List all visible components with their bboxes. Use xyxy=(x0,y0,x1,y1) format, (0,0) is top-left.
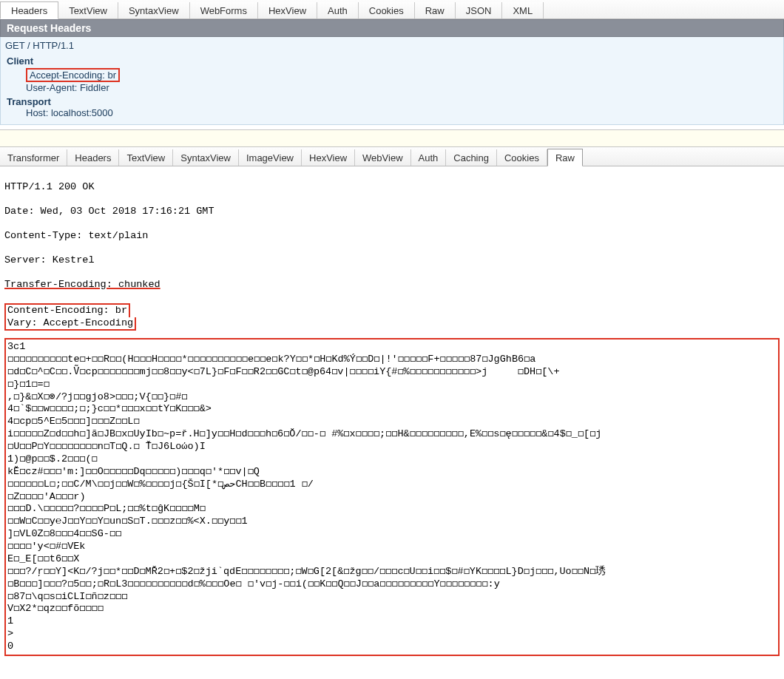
response-raw-pane: HTTP/1.1 200 OK Date: Wed, 03 Oct 2018 1… xyxy=(0,166,784,671)
response-tab-caching[interactable]: Caching xyxy=(446,149,497,166)
response-transfer-encoding: Transfer-Encoding: chunked xyxy=(4,279,780,291)
response-tab-raw[interactable]: Raw xyxy=(547,149,583,166)
response-tab-cookies[interactable]: Cookies xyxy=(497,149,547,166)
request-tab-xml[interactable]: XML xyxy=(502,2,544,18)
request-tab-cookies[interactable]: Cookies xyxy=(359,2,415,18)
request-tab-raw[interactable]: Raw xyxy=(415,2,456,18)
divider-bar xyxy=(0,129,784,147)
group-client: Client xyxy=(5,55,779,67)
response-tabs: TransformerHeadersTextViewSyntaxViewImag… xyxy=(0,147,784,166)
request-tab-json[interactable]: JSON xyxy=(456,2,503,18)
group-transport: Transport xyxy=(5,96,779,107)
response-vary: Vary: Accept-Encoding xyxy=(4,317,136,331)
response-tab-textview[interactable]: TextView xyxy=(119,149,173,166)
request-headers-pane: GET / HTTP/1.1 Client Accept-Encoding: b… xyxy=(0,37,784,125)
request-tab-textview[interactable]: TextView xyxy=(58,2,118,18)
response-date: Date: Wed, 03 Oct 2018 17:16:21 GMT xyxy=(4,206,780,217)
request-headers-title: Request Headers xyxy=(0,19,784,37)
request-tab-hexview[interactable]: HexView xyxy=(258,2,317,18)
response-status-line: HTTP/1.1 200 OK xyxy=(4,181,780,193)
request-tab-syntaxview[interactable]: SyntaxView xyxy=(118,2,190,18)
response-tab-imageview[interactable]: ImageView xyxy=(239,149,302,166)
response-body-raw: 3c1 ◻◻◻◻◻◻◻◻◻◻te◻+◻◻R◻◻(H◻◻◻H◻◻◻◻*◻◻◻◻◻◻… xyxy=(4,338,780,656)
request-tabs: HeadersTextViewSyntaxViewWebFormsHexView… xyxy=(0,0,784,19)
response-tab-syntaxview[interactable]: SyntaxView xyxy=(173,149,239,166)
host-header: Host: localhost:5000 xyxy=(26,107,779,118)
request-tab-webforms[interactable]: WebForms xyxy=(190,2,258,18)
request-tab-auth[interactable]: Auth xyxy=(317,2,359,18)
response-content-type: Content-Type: text/plain xyxy=(4,230,780,242)
response-tab-auth[interactable]: Auth xyxy=(411,149,447,166)
response-server: Server: Kestrel xyxy=(4,254,780,266)
response-tab-headers[interactable]: Headers xyxy=(67,149,119,166)
accept-encoding-header: Accept-Encoding: br xyxy=(26,68,120,82)
user-agent-header: User-Agent: Fiddler xyxy=(26,82,779,93)
response-tab-webview[interactable]: WebView xyxy=(355,149,410,166)
response-tab-hexview[interactable]: HexView xyxy=(302,149,355,166)
request-line: GET / HTTP/1.1 xyxy=(5,38,779,53)
response-tab-transformer[interactable]: Transformer xyxy=(0,149,67,166)
request-tab-headers[interactable]: Headers xyxy=(0,1,58,19)
response-content-encoding: Content-Encoding: br xyxy=(4,303,130,317)
